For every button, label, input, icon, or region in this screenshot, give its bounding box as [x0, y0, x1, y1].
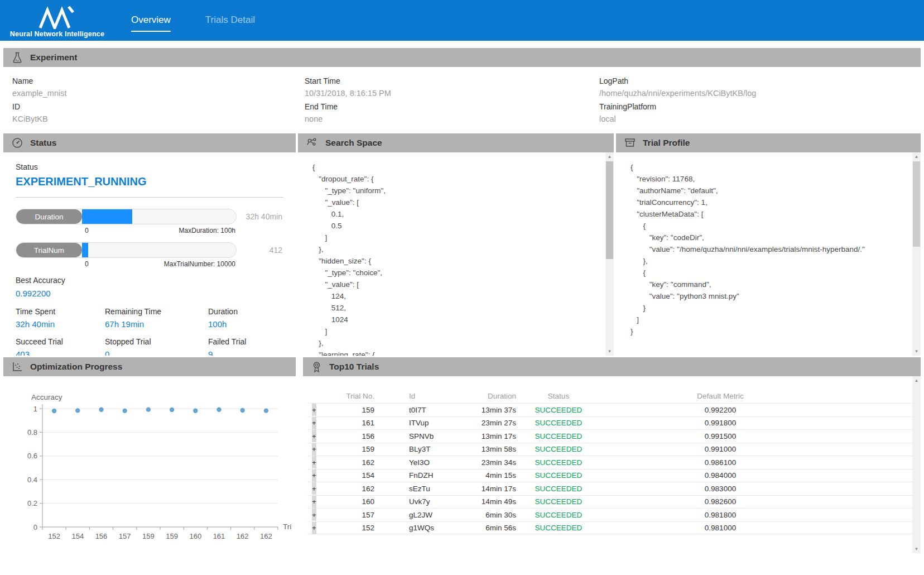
cell-status: SUCCEEDED: [519, 524, 598, 532]
stat-value-time-spent: 32h 40min: [16, 319, 105, 329]
cell-default-metric: 0.981000: [598, 524, 843, 532]
cell-id: YeI3O: [386, 458, 458, 467]
svg-text:162: 162: [260, 532, 272, 540]
cell-trial-no: 156: [335, 432, 386, 440]
svg-text:154: 154: [71, 532, 84, 540]
scroll-up-icon[interactable]: ▲: [912, 376, 921, 385]
cell-duration: 6min 56s: [458, 524, 519, 532]
expand-row-button[interactable]: +: [312, 496, 316, 508]
tab-trials-detail[interactable]: Trials Detail: [205, 15, 255, 32]
cell-default-metric: 0.986100: [598, 458, 843, 467]
expand-row-button[interactable]: +: [312, 482, 316, 495]
cell-id: BLy3T: [386, 445, 458, 453]
search-space-body[interactable]: { "dropout_rate": { "_type": "uniform", …: [298, 152, 614, 356]
svg-text:0.6: 0.6: [27, 452, 37, 460]
scatter-chart-icon: [12, 361, 23, 372]
trialnum-min: 0: [85, 260, 89, 268]
cell-status: SUCCEEDED: [519, 471, 598, 480]
expand-row-button[interactable]: +: [312, 509, 316, 521]
cell-trial-no: 162: [335, 458, 386, 467]
search-space-header: Search Space: [298, 133, 614, 152]
cell-trial-no: 159: [335, 445, 386, 453]
expand-row-button[interactable]: +: [312, 469, 316, 482]
nav-tabs: Overview Trials Detail: [131, 15, 255, 32]
trialnum-progress: TrialNum 412: [16, 242, 283, 258]
stat-value-remaining-time: 67h 19min: [105, 319, 208, 329]
trialnum-bar-value: 412: [237, 246, 283, 255]
scroll-up-icon[interactable]: ▲: [912, 152, 921, 161]
search-space-scrollbar[interactable]: ▲ ▼: [605, 152, 614, 356]
svg-text:159: 159: [166, 532, 178, 540]
field-label-id: ID: [12, 102, 305, 111]
field-label-name: Name: [12, 76, 305, 85]
cell-duration: 23min 27s: [458, 419, 519, 427]
expand-row-button[interactable]: +: [312, 404, 316, 416]
stat-value-failed-trial: 9: [208, 349, 283, 356]
cell-status: SUCCEEDED: [519, 445, 598, 453]
top10-panel: Top10 Trials Trial No. Id Duration Statu…: [303, 357, 921, 560]
cell-status: SUCCEEDED: [519, 485, 598, 493]
field-label-end-time: End Time: [305, 102, 599, 111]
top10-scrollbar[interactable]: ▲ ▼: [912, 376, 921, 553]
expand-row-button[interactable]: +: [312, 456, 316, 468]
cell-duration: 13min 37s: [458, 406, 519, 414]
status-title: Status: [30, 138, 56, 148]
nni-logo: Neural Network Intelligence: [0, 3, 114, 38]
table-row: +162sEzTu14min 17sSUCCEEDED0.983000: [307, 482, 915, 495]
trial-profile-body[interactable]: { "revision": 11768, "authorName": "defa…: [616, 152, 921, 356]
table-row: +159t0I7T13min 37sSUCCEEDED0.992200: [307, 403, 915, 416]
cell-id: Uvk7y: [386, 497, 458, 506]
column-header-status: Status: [519, 392, 598, 400]
svg-text:156: 156: [95, 532, 108, 540]
scrollbar-thumb[interactable]: [913, 161, 920, 247]
field-value-training-platform: local: [599, 114, 921, 123]
archive-box-icon: [624, 137, 636, 148]
expand-row-button[interactable]: +: [312, 443, 316, 456]
cell-status: SUCCEEDED: [519, 458, 598, 467]
optimization-header: Optimization Progress: [3, 357, 296, 376]
table-row: +156SPNVb13min 17sSUCCEEDED0.991500: [307, 429, 915, 443]
column-header-id: Id: [386, 392, 458, 400]
scroll-down-icon[interactable]: ▼: [912, 347, 921, 356]
trialnum-max: MaxTrialNumber: 10000: [164, 260, 235, 268]
top10-table-header: Trial No. Id Duration Status Default Met…: [307, 389, 915, 403]
field-label-start-time: Start Time: [305, 76, 599, 85]
field-value-id: KCiBytKB: [12, 114, 305, 123]
table-row: +159BLy3T13min 58sSUCCEEDED0.991000: [307, 443, 915, 456]
stat-label-succeed-trial: Succeed Trial: [16, 337, 105, 346]
tab-overview[interactable]: Overview: [131, 15, 171, 32]
cell-id: gL2JW: [386, 511, 458, 519]
cell-duration: 23min 34s: [458, 458, 519, 467]
status-header: Status: [3, 133, 296, 152]
field-value-name: example_mnist: [12, 89, 305, 98]
cell-id: t0I7T: [386, 406, 458, 414]
expand-row-button[interactable]: +: [312, 417, 316, 429]
cell-id: sEzTu: [386, 485, 458, 493]
expand-row-button[interactable]: +: [312, 522, 316, 534]
scroll-down-icon[interactable]: ▼: [912, 545, 921, 553]
experiment-body: Name example_mnist ID KCiBytKB Start Tim…: [3, 67, 921, 132]
stat-label-stopped-trial: Stopped Trial: [105, 337, 208, 346]
cell-trial-no: 159: [335, 406, 386, 414]
scroll-up-icon[interactable]: ▲: [605, 152, 614, 161]
duration-bar-label: Duration: [16, 209, 82, 224]
svg-text:157: 157: [119, 532, 131, 540]
search-space-panel: Search Space { "dropout_rate": { "_type"…: [298, 133, 614, 356]
top10-table: Trial No. Id Duration Status Default Met…: [303, 376, 921, 560]
column-header-default-metric: Default Metric: [598, 392, 843, 400]
trial-profile-scrollbar[interactable]: ▲ ▼: [912, 152, 921, 356]
svg-text:159: 159: [142, 532, 155, 540]
cell-trial-no: 160: [335, 497, 386, 506]
search-space-json: { "dropout_rate": { "_type": "uniform", …: [298, 152, 614, 356]
scrollbar-thumb[interactable]: [606, 161, 613, 259]
svg-text:Trial: Trial: [283, 523, 292, 531]
svg-text:Accuracy: Accuracy: [31, 393, 62, 401]
cell-id: ITVup: [386, 419, 458, 427]
cell-trial-no: 154: [335, 471, 386, 480]
scroll-down-icon[interactable]: ▼: [605, 347, 614, 356]
table-row: +162YeI3O23min 34sSUCCEEDED0.986100: [307, 456, 915, 469]
duration-max: MaxDuration: 100h: [179, 227, 235, 234]
expand-row-button[interactable]: +: [312, 430, 316, 442]
cell-id: g1WQs: [386, 524, 458, 532]
cell-duration: 13min 17s: [458, 432, 519, 440]
